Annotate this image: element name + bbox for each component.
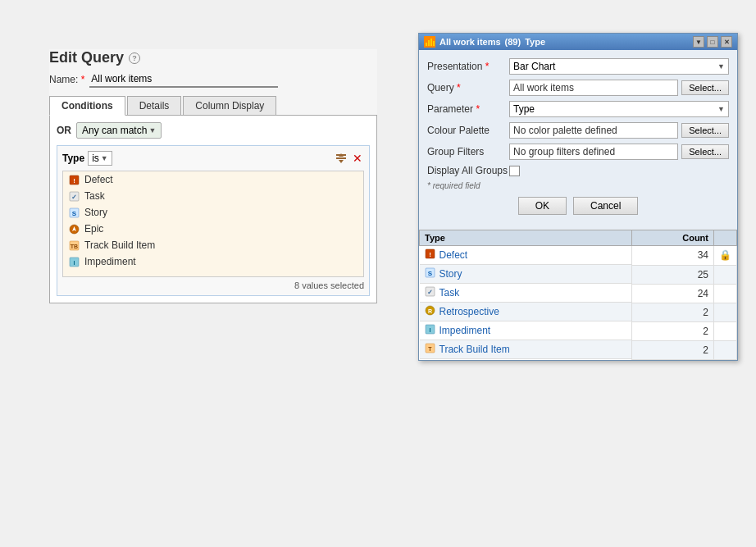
query-label: Query * [427,82,509,93]
display-all-groups-checkbox[interactable] [509,166,520,176]
count-cell: 25 [632,265,714,284]
presentation-dropdown[interactable]: Bar Chart ▼ [509,58,729,75]
reorder-icon[interactable] [335,152,348,165]
trackbuild-icon: TB [68,239,80,251]
type-link[interactable]: Track Build Item [439,344,510,355]
dialog-title-type: Type [525,37,545,47]
count-cell: 2 [632,340,714,359]
group-filters-label: Group Filters [427,146,509,157]
colour-select-btn[interactable]: Select... [681,123,729,138]
type-cell: R Retrospective [420,303,632,321]
type-link[interactable]: Retrospective [439,306,499,317]
parameter-dropdown-arrow: ▼ [717,105,725,113]
lock-cell [714,321,737,340]
tab-column-display[interactable]: Column Display [183,96,276,115]
titlebar-controls: ▼ □ ✕ [693,36,732,48]
query-row: Query * All work items Select... [427,80,729,96]
svg-rect-17 [428,40,430,46]
type-link[interactable]: Defect [439,249,468,261]
colour-palette-row: Colour Palette No color palette defined … [427,122,729,139]
query-select-btn[interactable]: Select... [681,80,729,95]
any-can-match-button[interactable]: Any can match ▼ [76,122,162,139]
type-icon: ✓ [425,286,435,299]
colour-palette-control: No color palette defined Select... [509,122,729,139]
tabs-container: Conditions Details Column Display [49,96,377,116]
defect-icon: ! [68,174,80,185]
presentation-label: Presentation * [427,61,509,72]
dialog-title-name: All work items [439,37,501,47]
lock-cell [714,340,737,359]
tab-conditions[interactable]: Conditions [49,96,125,116]
is-dropdown[interactable]: is ▼ [88,151,112,166]
list-item[interactable]: I Impediment [63,253,363,270]
group-filters-row: Group Filters No group filters defined S… [427,144,729,160]
list-item[interactable]: S Story [63,204,363,221]
svg-text:T: T [428,346,432,352]
delete-icon[interactable]: ✕ [351,152,364,165]
name-input[interactable] [89,71,278,88]
epic-icon [68,223,80,235]
help-icon[interactable]: ? [129,52,140,64]
group-select-btn[interactable]: Select... [681,144,729,159]
presentation-dropdown-arrow: ▼ [717,62,725,71]
any-can-match-arrow: ▼ [148,126,156,134]
cancel-button[interactable]: Cancel [573,197,638,215]
type-link[interactable]: Impediment [439,325,491,336]
type-cell: ✓ Task [420,284,632,303]
task-icon: ✓ [68,190,80,202]
dialog-minimize-btn[interactable]: ▼ [693,36,704,48]
edit-query-panel: Edit Query ? Name: * Conditions Details … [49,49,377,303]
presentation-row: Presentation * Bar Chart ▼ [427,58,729,75]
group-filters-value: No group filters defined [509,144,678,160]
table-row: S Story 25 [420,265,737,284]
count-cell: 24 [632,284,714,303]
required-note: * required field [427,181,729,190]
lock-cell [714,303,737,321]
svg-text:TB: TB [70,243,77,248]
dialog-close-btn[interactable]: ✕ [721,36,732,48]
lock-cell [714,284,737,303]
list-item-label: Defect [84,174,113,185]
conditions-content: OR Any can match ▼ Type is ▼ [49,116,377,303]
colour-palette-label: Colour Palette [427,125,509,136]
dialog-maximize-btn[interactable]: □ [707,36,718,48]
list-item-label: Story [84,207,107,218]
svg-text:S: S [427,270,432,277]
is-label: is [92,153,99,164]
impediment-icon: I [68,256,80,267]
name-required-star: * [81,74,85,85]
tab-details[interactable]: Details [127,96,182,115]
presentation-value: Bar Chart [513,61,555,72]
type-cell: ! Defect [420,246,632,265]
parameter-control: Type ▼ [509,101,729,117]
story-icon: S [68,207,80,218]
results-table: Type Count ! Defect 34 🔒 S Story 25 ✓ Ta… [419,230,737,360]
type-label: Type [62,153,84,164]
parameter-label: Parameter * [427,103,509,115]
list-item[interactable]: ! Defect [63,171,363,188]
lock-cell [714,265,737,284]
is-dropdown-arrow: ▼ [101,154,108,162]
ok-button[interactable]: OK [518,197,567,215]
svg-rect-1 [336,157,346,159]
name-row: Name: * [49,71,377,88]
list-item-label: Task [84,190,105,202]
parameter-value: Type [513,103,535,115]
list-item[interactable]: TB Track Build Item [63,237,363,253]
parameter-dropdown[interactable]: Type ▼ [509,101,729,117]
chart-dialog: All work items (89) Type ▼ □ ✕ Presentat… [418,33,738,361]
svg-text:✓: ✓ [427,289,433,296]
svg-text:S: S [71,209,76,217]
svg-text:R: R [427,308,431,314]
type-list[interactable]: ! Defect ✓ Task [62,171,364,277]
list-item[interactable]: ✓ Task [63,188,363,204]
titlebar-left: All work items (89) Type [424,36,545,48]
list-item[interactable]: Epic [63,221,363,237]
display-all-groups-row: Display All Groups [427,165,729,176]
type-link[interactable]: Story [439,268,462,280]
filter-actions: ✕ [335,152,364,165]
svg-text:!: ! [429,251,431,258]
or-label: OR [57,125,71,136]
svg-text:I: I [73,259,75,265]
type-link[interactable]: Task [439,287,460,299]
